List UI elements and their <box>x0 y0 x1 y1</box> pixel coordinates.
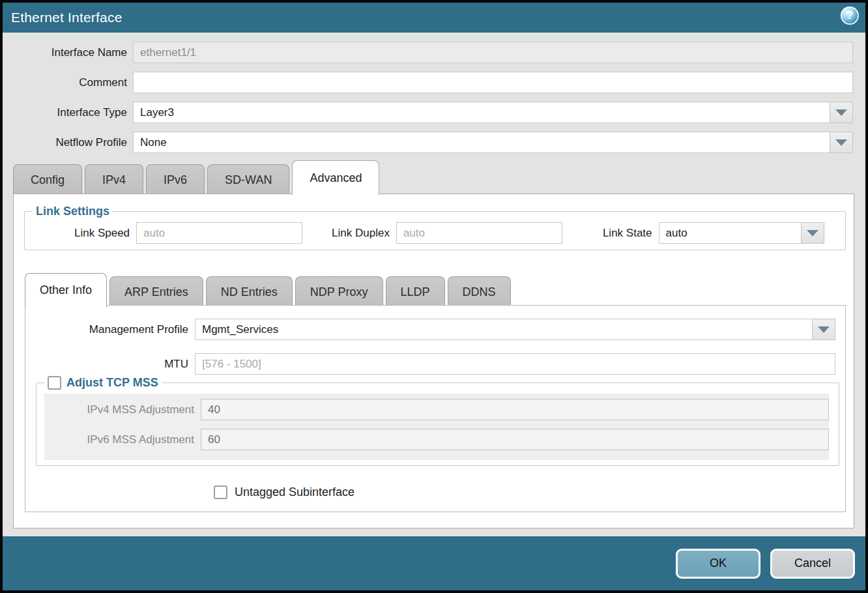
chevron-down-icon <box>835 139 847 146</box>
link-settings-legend: Link Settings <box>33 205 113 218</box>
tab-ipv4[interactable]: IPv4 <box>85 164 143 195</box>
untagged-subinterface-checkbox[interactable] <box>214 485 227 499</box>
mtu-row: MTU <box>25 353 845 375</box>
netflow-profile-label: Netflow Profile <box>3 136 133 149</box>
ipv6-mss-label: IPv6 MSS Adjustment <box>44 433 201 446</box>
sub-tabs: Other Info ARP Entries ND Entries NDP Pr… <box>25 272 514 306</box>
cancel-button[interactable]: Cancel <box>770 549 855 579</box>
comment-row: Comment <box>3 72 865 93</box>
interface-name-row: Interface Name <box>3 42 865 63</box>
subtab-other-info[interactable]: Other Info <box>25 273 107 307</box>
tab-sd-wan[interactable]: SD-WAN <box>207 164 289 195</box>
tab-ipv6[interactable]: IPv6 <box>146 164 205 195</box>
subtab-arp-entries[interactable]: ARP Entries <box>109 276 203 308</box>
ok-button[interactable]: OK <box>676 549 760 579</box>
management-profile-row: Management Profile <box>25 319 845 340</box>
management-profile-dropdown-button[interactable] <box>812 319 835 340</box>
ipv4-mss-label: IPv4 MSS Adjustment <box>44 403 201 416</box>
interface-type-dropdown[interactable] <box>133 102 853 123</box>
subtab-nd-entries[interactable]: ND Entries <box>206 276 293 308</box>
ipv4-mss-row: IPv4 MSS Adjustment <box>44 399 829 420</box>
interface-type-label: Interface Type <box>3 106 133 119</box>
untagged-subinterface-label: Untagged Subinterface <box>235 485 354 499</box>
mtu-field[interactable] <box>195 353 835 375</box>
link-settings-group: Link Settings Link Speed Link Duplex Lin… <box>24 205 846 250</box>
tab-advanced[interactable]: Advanced <box>292 160 379 195</box>
subtab-ddns[interactable]: DDNS <box>448 276 511 308</box>
interface-type-value[interactable] <box>133 102 830 123</box>
main-tabs: Config IPv4 IPv6 SD-WAN Advanced <box>13 160 382 194</box>
chevron-down-icon <box>818 326 830 333</box>
subtab-ndp-proxy[interactable]: NDP Proxy <box>295 276 383 308</box>
advanced-tab-panel: Link Settings Link Speed Link Duplex Lin… <box>13 194 854 528</box>
other-info-panel: Management Profile MTU Adjust TCP MSS <box>25 305 846 512</box>
netflow-profile-dropdown-button[interactable] <box>830 132 853 153</box>
management-profile-label: Management Profile <box>25 323 195 336</box>
comment-field[interactable] <box>133 72 853 93</box>
help-icon[interactable]: ? <box>841 7 859 25</box>
link-speed-field[interactable] <box>136 222 302 244</box>
link-speed-label: Link Speed <box>74 227 136 240</box>
top-form: Interface Name Comment Interface Type Ne… <box>3 42 865 162</box>
link-state-label: Link State <box>603 227 659 240</box>
adjust-tcp-mss-checkbox[interactable] <box>48 376 61 390</box>
interface-type-dropdown-button[interactable] <box>830 102 853 123</box>
netflow-profile-row: Netflow Profile <box>3 132 865 153</box>
chevron-down-icon <box>835 109 847 116</box>
link-state-dropdown-button[interactable] <box>801 222 824 244</box>
chevron-down-icon <box>807 230 818 237</box>
interface-type-row: Interface Type <box>3 102 865 123</box>
interface-name-label: Interface Name <box>3 46 133 59</box>
ipv4-mss-field <box>201 399 829 420</box>
adjust-tcp-mss-group: Adjust TCP MSS IPv4 MSS Adjustment IPv6 … <box>36 376 839 466</box>
adjust-tcp-mss-legend: Adjust TCP MSS <box>44 376 162 390</box>
comment-label: Comment <box>3 76 133 89</box>
link-duplex-field[interactable] <box>396 222 562 244</box>
mtu-label: MTU <box>25 358 195 371</box>
link-state-dropdown[interactable] <box>659 222 824 244</box>
mss-disabled-area: IPv4 MSS Adjustment IPv6 MSS Adjustment <box>44 394 829 460</box>
interface-name-field <box>133 42 853 63</box>
dialog-title: Ethernet Interface <box>11 10 123 25</box>
subtab-lldp[interactable]: LLDP <box>386 276 445 308</box>
ipv6-mss-field <box>201 429 829 450</box>
link-state-value[interactable] <box>659 222 801 244</box>
netflow-profile-dropdown[interactable] <box>133 132 853 153</box>
tab-config[interactable]: Config <box>13 164 82 195</box>
link-duplex-label: Link Duplex <box>332 227 396 240</box>
management-profile-value[interactable] <box>195 319 812 340</box>
dialog-titlebar: Ethernet Interface ? <box>3 3 865 33</box>
netflow-profile-value[interactable] <box>133 132 830 153</box>
dialog-footer: OK Cancel <box>3 536 865 590</box>
adjust-tcp-mss-legend-text: Adjust TCP MSS <box>66 376 158 390</box>
untagged-subinterface-row: Untagged Subinterface <box>214 485 354 499</box>
management-profile-dropdown[interactable] <box>195 319 835 340</box>
ethernet-interface-dialog: Ethernet Interface ? Interface Name Comm… <box>0 0 868 593</box>
ipv6-mss-row: IPv6 MSS Adjustment <box>44 429 829 450</box>
